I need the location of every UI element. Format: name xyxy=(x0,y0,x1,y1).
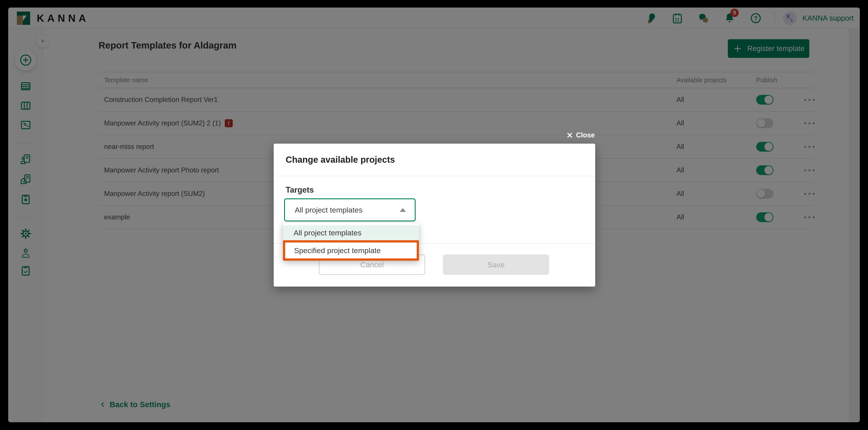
screenshot-frame: KANNA 9? K s KANNA support Repo xyxy=(0,0,868,430)
change-available-projects-modal: Close Change available projects Targets … xyxy=(274,144,595,287)
modal-title: Change available projects xyxy=(286,155,395,165)
app-window: KANNA 9? K s KANNA support Repo xyxy=(8,7,860,422)
targets-dropdown: All project templatesSpecified project t… xyxy=(283,223,419,261)
targets-select[interactable]: All project templates xyxy=(284,198,415,222)
dropdown-option[interactable]: All project templates xyxy=(283,225,419,240)
dropdown-option-highlighted[interactable]: Specified project template xyxy=(283,240,419,261)
modal-header: Change available projects xyxy=(274,144,595,176)
targets-label: Targets xyxy=(286,185,314,195)
close-x-icon xyxy=(566,132,573,139)
modal-close-label: Close xyxy=(576,131,595,139)
targets-select-value: All project templates xyxy=(295,206,363,214)
modal-close-button[interactable]: Close xyxy=(566,131,595,139)
caret-up-icon xyxy=(400,208,406,212)
save-button[interactable]: Save xyxy=(443,254,549,275)
